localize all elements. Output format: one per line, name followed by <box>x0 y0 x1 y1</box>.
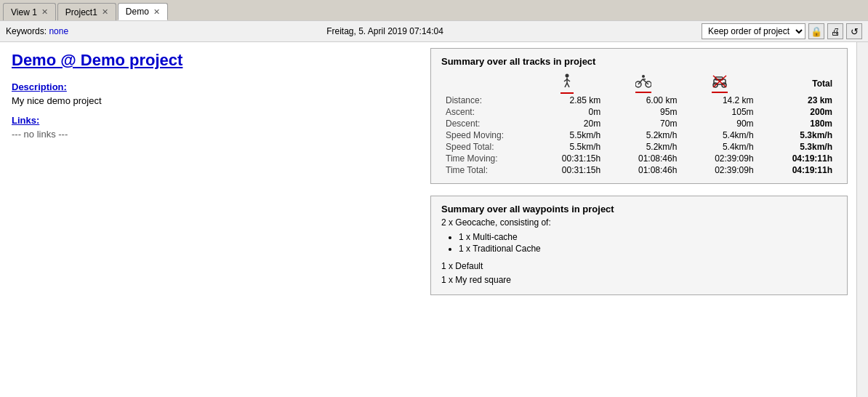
table-row: Speed Total:5.5km/h5.2km/h5.4km/h5.3km/h <box>441 141 837 153</box>
row-value: 5.2km/h <box>605 129 681 141</box>
row-total: 180m <box>758 118 837 129</box>
row-value: 02:39:09h <box>681 153 758 164</box>
tab-project1-close[interactable]: ✕ <box>102 7 108 17</box>
wp-subtitle: 2 x Geocache, consisting of: <box>441 217 837 228</box>
tab-project1[interactable]: Project1 ✕ <box>57 3 116 20</box>
toolbar: Keywords: none Freitag, 5. April 2019 07… <box>0 20 868 42</box>
col-total-header: Total <box>758 73 837 95</box>
row-value: 5.5km/h <box>529 141 605 153</box>
tab-view1-close[interactable]: ✕ <box>41 7 48 17</box>
row-label: Distance: <box>441 95 529 106</box>
wp-extra-item: 1 x My red square <box>441 273 837 287</box>
date-display: Freitag, 5. April 2019 07:14:04 <box>68 26 702 36</box>
row-total: 04:19:11h <box>758 153 837 164</box>
row-value: 5.4km/h <box>681 129 758 141</box>
list-item: 1 x Traditional Cache <box>459 244 837 254</box>
col-empty <box>441 73 529 95</box>
moto-icon <box>712 74 728 93</box>
row-value: 5.5km/h <box>529 129 605 141</box>
tab-demo[interactable]: Demo ✕ <box>118 3 168 20</box>
description-text: My nice demo project <box>12 95 410 106</box>
main-content: Demo @ Demo project Description: My nice… <box>0 42 868 397</box>
lock-button[interactable]: 🔒 <box>808 23 824 39</box>
wp-extra-item: 1 x Default <box>441 260 837 273</box>
summary-tracks-box: Summary over all tracks in project <box>430 48 848 184</box>
tab-demo-label: Demo <box>126 7 149 17</box>
row-value: 0m <box>529 106 605 118</box>
page-title: Demo @ Demo project <box>12 51 410 70</box>
row-value: 5.2km/h <box>605 141 681 153</box>
svg-point-0 <box>565 74 568 78</box>
tab-view1-label: View 1 <box>11 7 37 17</box>
table-row: Speed Moving:5.5km/h5.2km/h5.4km/h5.3km/… <box>441 129 837 141</box>
table-row: Distance:2.85 km6.00 km14.2 km23 km <box>441 95 837 106</box>
left-panel: Demo @ Demo project Description: My nice… <box>0 42 422 397</box>
keywords-link[interactable]: none <box>49 26 68 36</box>
table-row: Time Total:00:31:15h01:08:46h02:39:09h04… <box>441 164 837 176</box>
col-walk-header <box>529 73 605 95</box>
refresh-button[interactable]: ↺ <box>846 23 862 39</box>
row-value: 90m <box>681 118 758 129</box>
scrollbar[interactable] <box>856 42 868 397</box>
row-value: 6.00 km <box>605 95 681 106</box>
row-value: 2.85 km <box>529 95 605 106</box>
row-total: 5.3km/h <box>758 129 837 141</box>
bike-icon <box>635 74 651 93</box>
tab-bar: View 1 ✕ Project1 ✕ Demo ✕ <box>0 0 868 20</box>
row-total: 23 km <box>758 95 837 106</box>
summary-tracks-table: Total Distance:2.85 km6.00 km14.2 km23 k… <box>441 73 837 176</box>
row-label: Speed Moving: <box>441 129 529 141</box>
svg-point-8 <box>642 75 645 78</box>
right-panel: Summary over all tracks in project <box>422 42 856 397</box>
svg-line-4 <box>565 83 567 87</box>
list-item: 1 x Multi-cache <box>459 232 837 242</box>
order-dropdown[interactable]: Keep order of projectSort by dateSort by… <box>702 23 805 39</box>
row-label: Ascent: <box>441 106 529 118</box>
row-value: 105m <box>681 106 758 118</box>
right-controls: Keep order of projectSort by dateSort by… <box>702 23 862 39</box>
col-bike-header <box>605 73 681 95</box>
keywords-area: Keywords: none <box>6 26 68 36</box>
row-label: Time Moving: <box>441 153 529 164</box>
description-label: Description: <box>12 81 410 92</box>
row-total: 5.3km/h <box>758 141 837 153</box>
wp-items-list: 1 x Multi-cache1 x Traditional Cache <box>441 232 837 254</box>
row-value: 01:08:46h <box>605 153 681 164</box>
links-label: Links: <box>12 115 410 126</box>
tab-project1-label: Project1 <box>65 7 97 17</box>
walk-icon <box>560 73 574 94</box>
row-value: 00:31:15h <box>529 153 605 164</box>
wp-extras: 1 x Default1 x My red square <box>441 260 837 287</box>
summary-waypoints-box: Summary over all waypoints in project 2 … <box>430 196 848 295</box>
table-row: Descent:20m70m90m180m <box>441 118 837 129</box>
row-value: 70m <box>605 118 681 129</box>
row-value: 20m <box>529 118 605 129</box>
row-label: Speed Total: <box>441 141 529 153</box>
table-row: Ascent:0m95m105m200m <box>441 106 837 118</box>
row-total: 04:19:11h <box>758 164 837 176</box>
table-row: Time Moving:00:31:15h01:08:46h02:39:09h0… <box>441 153 837 164</box>
wp-title: Summary over all waypoints in project <box>441 204 837 214</box>
row-label: Time Total: <box>441 164 529 176</box>
links-text: --- no links --- <box>12 129 410 140</box>
summary-tracks-title: Summary over all tracks in project <box>441 56 837 67</box>
col-moto-header <box>681 73 758 95</box>
tab-view1[interactable]: View 1 ✕ <box>3 3 56 20</box>
row-value: 14.2 km <box>681 95 758 106</box>
row-value: 95m <box>605 106 681 118</box>
row-value: 00:31:15h <box>529 164 605 176</box>
row-value: 02:39:09h <box>681 164 758 176</box>
row-total: 200m <box>758 106 837 118</box>
svg-line-5 <box>567 83 569 87</box>
row-label: Descent: <box>441 118 529 129</box>
row-value: 5.4km/h <box>681 141 758 153</box>
tab-demo-close[interactable]: ✕ <box>153 7 160 17</box>
row-value: 01:08:46h <box>605 164 681 176</box>
keywords-label: Keywords: <box>6 26 47 36</box>
print-button[interactable]: 🖨 <box>827 23 843 39</box>
